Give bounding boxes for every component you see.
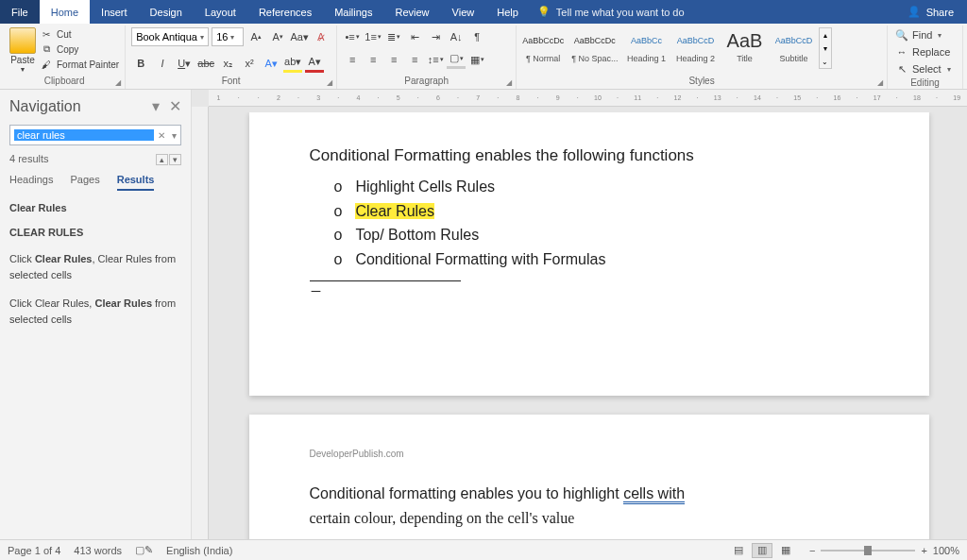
- style-item[interactable]: AaBbCcDSubtitle: [773, 27, 815, 63]
- shading-button[interactable]: ▢▾: [447, 50, 466, 69]
- style-item[interactable]: AaBbCcDc¶ Normal: [522, 27, 564, 63]
- underline-button[interactable]: U▾: [175, 54, 194, 73]
- nav-result-item[interactable]: CLEAR RULES: [9, 227, 181, 238]
- tab-view[interactable]: View: [441, 0, 486, 24]
- tab-file[interactable]: File: [0, 0, 40, 24]
- zoom-thumb[interactable]: [864, 546, 872, 555]
- borders-button[interactable]: ▦▾: [467, 50, 486, 69]
- align-left-button[interactable]: ≡: [343, 50, 362, 69]
- zoom-in-button[interactable]: +: [921, 545, 926, 556]
- read-mode-button[interactable]: ▤: [728, 543, 749, 558]
- highlight-color-button[interactable]: ab▾: [283, 54, 302, 73]
- tab-mailings[interactable]: Mailings: [323, 0, 383, 24]
- styles-down-button[interactable]: ▾: [820, 42, 831, 55]
- paragraph-launcher[interactable]: ◢: [506, 78, 512, 87]
- horizontal-ruler[interactable]: 1··2·3·4·5·6·7·8·9·10·11·12·13·14·15·16·…: [209, 90, 967, 107]
- format-painter-button[interactable]: 🖌Format Painter: [40, 58, 119, 71]
- sort-button[interactable]: A↓: [447, 27, 466, 46]
- subscript-button[interactable]: x₂: [218, 54, 237, 73]
- style-item[interactable]: AaBbCcDHeading 2: [675, 27, 717, 63]
- tab-review[interactable]: Review: [384, 0, 441, 24]
- style-item[interactable]: AaBbCcHeading 1: [626, 27, 668, 63]
- justify-button[interactable]: ≡: [405, 50, 424, 69]
- nav-tab-results[interactable]: Results: [117, 174, 155, 191]
- superscript-button[interactable]: x²: [240, 54, 259, 73]
- nav-menu-button[interactable]: ▾: [152, 98, 160, 114]
- styles-launcher[interactable]: ◢: [877, 78, 883, 87]
- nav-result-item[interactable]: Click Clear Rules, Clear Rules from sele…: [9, 296, 181, 327]
- document-page[interactable]: DeveloperPublish.com Conditional formatt…: [249, 415, 929, 539]
- styles-up-button[interactable]: ▴: [820, 28, 831, 42]
- tab-references[interactable]: References: [247, 0, 323, 24]
- change-case-button[interactable]: Aa▾: [290, 27, 309, 46]
- text-effects-button[interactable]: A▾: [262, 54, 280, 73]
- tab-layout[interactable]: Layout: [194, 0, 247, 24]
- tell-me-search[interactable]: 💡 Tell me what you want to do: [537, 6, 685, 19]
- copy-button[interactable]: ⧉Copy: [40, 42, 119, 56]
- multilevel-list-button[interactable]: ≣▾: [384, 27, 403, 46]
- chevron-down-icon: ▾: [230, 33, 234, 42]
- tab-home[interactable]: Home: [40, 0, 90, 24]
- nav-search-input[interactable]: clear rules ✕ ▾: [9, 125, 181, 145]
- grow-font-button[interactable]: A▴: [246, 27, 265, 46]
- italic-button[interactable]: I: [153, 54, 172, 73]
- strikethrough-button[interactable]: abc: [196, 54, 215, 73]
- tab-design[interactable]: Design: [139, 0, 194, 24]
- show-marks-button[interactable]: ¶: [467, 27, 486, 46]
- align-center-button[interactable]: ≡: [364, 50, 382, 69]
- font-size-combo[interactable]: 16▾: [212, 27, 244, 46]
- font-launcher[interactable]: ◢: [327, 78, 332, 87]
- replace-icon: ↔: [895, 45, 908, 59]
- align-right-button[interactable]: ≡: [384, 50, 403, 69]
- nav-clear-search-button[interactable]: ✕: [158, 130, 165, 141]
- view-buttons: ▤ ▥ ▦: [728, 543, 796, 558]
- nav-tab-pages[interactable]: Pages: [70, 174, 99, 191]
- tab-insert[interactable]: Insert: [90, 0, 139, 24]
- clear-formatting-button[interactable]: A̷: [312, 27, 331, 46]
- bold-button[interactable]: B: [131, 54, 150, 73]
- zoom-percent[interactable]: 100%: [933, 545, 959, 556]
- bullets-button[interactable]: •≡▾: [343, 27, 362, 46]
- styles-more-button[interactable]: ⌄: [820, 55, 831, 68]
- search-highlight: Clear Rules: [355, 203, 434, 219]
- style-item[interactable]: AaBbCcDc¶ No Spac...: [571, 27, 618, 63]
- lightbulb-icon: 💡: [537, 6, 551, 19]
- ribbon-tabbar: File Home Insert Design Layout Reference…: [0, 0, 967, 24]
- numbering-button[interactable]: 1≡▾: [364, 27, 382, 46]
- style-item[interactable]: AaBTitle: [724, 27, 766, 63]
- paste-button[interactable]: Paste ▼: [9, 27, 36, 73]
- shrink-font-button[interactable]: A▾: [268, 27, 287, 46]
- nav-close-button[interactable]: ✕: [169, 98, 181, 114]
- tab-help[interactable]: Help: [485, 0, 530, 24]
- find-button[interactable]: 🔍Find▾: [893, 27, 943, 42]
- document-page[interactable]: Conditional Formatting enables the follo…: [249, 112, 929, 396]
- proofing-icon[interactable]: ▢✎: [135, 544, 153, 556]
- share-button[interactable]: 👤 Share: [894, 6, 967, 19]
- prev-result-button[interactable]: ▴: [156, 154, 168, 165]
- font-name-combo[interactable]: Book Antiqua▾: [131, 27, 209, 46]
- cut-button[interactable]: ✂Cut: [40, 27, 119, 41]
- decrease-indent-button[interactable]: ⇤: [405, 27, 424, 46]
- nav-search-options-button[interactable]: ▾: [172, 130, 177, 141]
- line-spacing-button[interactable]: ↕≡▾: [426, 50, 445, 69]
- web-layout-button[interactable]: ▦: [775, 543, 796, 558]
- nav-result-item[interactable]: Clear Rules: [9, 202, 181, 213]
- font-size-value: 16: [216, 31, 228, 42]
- print-layout-button[interactable]: ▥: [752, 543, 772, 558]
- next-result-button[interactable]: ▾: [169, 154, 181, 165]
- font-color-button[interactable]: A▾: [305, 54, 324, 73]
- body-text: certain colour, depending on the cell's …: [310, 506, 869, 531]
- nav-result-item[interactable]: Click Clear Rules, Clear Rules from sele…: [9, 251, 181, 282]
- clipboard-launcher[interactable]: ◢: [115, 78, 121, 87]
- zoom-slider[interactable]: [821, 550, 915, 552]
- status-language[interactable]: English (India): [166, 545, 232, 556]
- increase-indent-button[interactable]: ⇥: [426, 27, 445, 46]
- replace-button[interactable]: ↔Replace: [893, 44, 952, 59]
- status-wordcount[interactable]: 413 words: [74, 545, 122, 556]
- select-button[interactable]: ↖Select▾: [893, 61, 953, 76]
- status-page[interactable]: Page 1 of 4: [8, 545, 60, 556]
- vertical-ruler[interactable]: [192, 107, 209, 539]
- nav-tab-headings[interactable]: Headings: [9, 174, 53, 191]
- page-viewport[interactable]: Conditional Formatting enables the follo…: [229, 112, 948, 539]
- zoom-out-button[interactable]: −: [809, 545, 815, 556]
